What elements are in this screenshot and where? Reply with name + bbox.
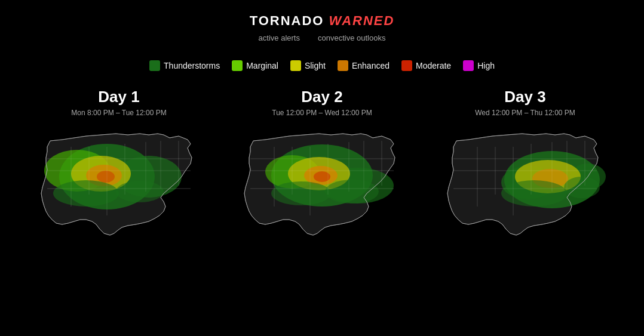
day-2-label: Day 2 — [301, 88, 342, 106]
svg-point-7 — [53, 180, 119, 206]
legend-label: Slight — [305, 61, 326, 70]
legend-item: Slight — [290, 60, 326, 71]
day-1-map[interactable] — [23, 123, 214, 242]
legend-color-box — [463, 60, 474, 71]
legend-color-box — [290, 60, 301, 71]
day-1-time-range: Mon 8:00 PM – Tue 12:00 PM — [71, 109, 166, 117]
legend-item: Enhanced — [338, 60, 390, 71]
day-2-panel: Day 2Tue 12:00 PM – Wed 12:00 PM — [226, 88, 418, 242]
day-1-map-svg — [23, 123, 214, 242]
svg-point-16 — [271, 181, 331, 205]
legend: ThunderstormsMarginalSlightEnhancedModer… — [0, 60, 644, 71]
day-2-map[interactable] — [226, 123, 418, 242]
legend-item: Thunderstorms — [149, 60, 220, 71]
legend-label: Moderate — [416, 61, 451, 70]
legend-item: Moderate — [401, 60, 451, 71]
svg-point-6 — [97, 171, 115, 183]
day-3-map[interactable] — [430, 123, 621, 242]
legend-label: Thunderstorms — [164, 61, 220, 70]
legend-item: Marginal — [232, 60, 278, 71]
maps-container: Day 1Mon 8:00 PM – Tue 12:00 PMDay 2Tue … — [0, 88, 644, 242]
day-3-map-svg — [430, 123, 621, 242]
day-3-label: Day 3 — [504, 88, 545, 106]
legend-color-box — [232, 60, 243, 71]
day-1-label: Day 1 — [98, 88, 139, 106]
svg-point-25 — [564, 177, 600, 198]
title-warned: WARNED — [329, 13, 395, 28]
svg-point-17 — [325, 180, 379, 204]
day-3-time-range: Wed 12:00 PM – Thu 12:00 PM — [475, 109, 575, 117]
nav-links: active alerts convective outlooks — [0, 33, 644, 42]
day-2-time-range: Tue 12:00 PM – Wed 12:00 PM — [272, 109, 372, 117]
legend-label: Marginal — [246, 61, 278, 70]
legend-label: Enhanced — [352, 61, 390, 70]
title-tornado: TORNADO — [250, 13, 324, 28]
svg-point-24 — [501, 180, 567, 206]
day-2-map-svg — [226, 123, 418, 242]
legend-color-box — [149, 60, 160, 71]
page-header: TORNADO WARNED active alerts convective … — [0, 0, 644, 42]
page-title: TORNADO WARNED — [0, 13, 644, 29]
convective-outlooks-link[interactable]: convective outlooks — [318, 33, 385, 42]
day-3-panel: Day 3Wed 12:00 PM – Thu 12:00 PM — [430, 88, 621, 242]
day-1-panel: Day 1Mon 8:00 PM – Tue 12:00 PM — [23, 88, 214, 242]
active-alerts-link[interactable]: active alerts — [259, 33, 300, 42]
legend-item: High — [463, 60, 495, 71]
legend-color-box — [401, 60, 412, 71]
svg-point-8 — [116, 181, 164, 202]
legend-color-box — [338, 60, 348, 71]
legend-label: High — [477, 61, 495, 70]
svg-point-15 — [314, 171, 330, 182]
